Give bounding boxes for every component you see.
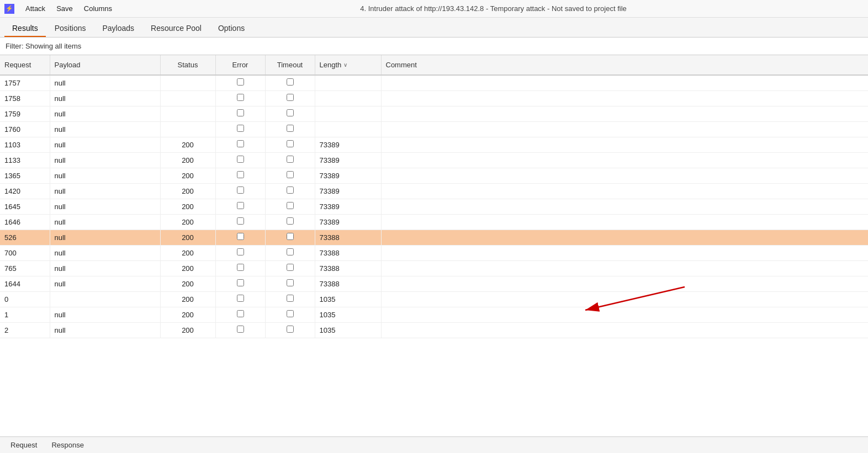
checkbox-timeout[interactable] — [287, 171, 294, 178]
table-row[interactable]: 1644null20073388 — [0, 276, 868, 291]
col-header-timeout[interactable]: Timeout — [265, 55, 315, 75]
table-row[interactable]: 1420null20073389 — [0, 183, 868, 199]
table-row[interactable]: 1757null — [0, 75, 868, 90]
table-row[interactable]: 765null20073388 — [0, 260, 868, 276]
menu-save[interactable]: Save — [54, 3, 75, 14]
table-row[interactable]: 526null20073388 — [0, 230, 868, 245]
cell-timeout[interactable] — [265, 152, 315, 168]
cell-error[interactable] — [215, 183, 265, 199]
cell-error[interactable] — [215, 168, 265, 183]
cell-error[interactable] — [215, 260, 265, 276]
cell-timeout[interactable] — [265, 307, 315, 322]
table-row[interactable]: 1103null20073389 — [0, 137, 868, 152]
cell-error[interactable] — [215, 152, 265, 168]
tab-options[interactable]: Options — [210, 20, 252, 37]
cell-error[interactable] — [215, 291, 265, 307]
table-row[interactable]: 2null2001035 — [0, 322, 868, 338]
cell-timeout[interactable] — [265, 183, 315, 199]
menu-attack[interactable]: Attack — [23, 3, 47, 14]
table-row[interactable]: 02001035 — [0, 291, 868, 307]
checkbox-error[interactable] — [237, 202, 244, 209]
cell-timeout[interactable] — [265, 260, 315, 276]
checkbox-timeout[interactable] — [287, 295, 294, 302]
table-row[interactable]: 1133null20073389 — [0, 152, 868, 168]
checkbox-timeout[interactable] — [287, 202, 294, 209]
checkbox-timeout[interactable] — [287, 109, 294, 116]
checkbox-timeout[interactable] — [287, 264, 294, 271]
cell-error[interactable] — [215, 121, 265, 137]
cell-timeout[interactable] — [265, 199, 315, 214]
cell-timeout[interactable] — [265, 121, 315, 137]
cell-timeout[interactable] — [265, 214, 315, 230]
checkbox-timeout[interactable] — [287, 326, 294, 333]
checkbox-error[interactable] — [237, 295, 244, 302]
checkbox-timeout[interactable] — [287, 78, 294, 86]
checkbox-timeout[interactable] — [287, 233, 294, 240]
table-row[interactable]: 1759null — [0, 106, 868, 121]
table-row[interactable]: 700null20073388 — [0, 245, 868, 260]
cell-error[interactable] — [215, 106, 265, 121]
table-row[interactable]: 1null2001035 — [0, 307, 868, 322]
tab-positions[interactable]: Positions — [47, 20, 94, 37]
cell-error[interactable] — [215, 322, 265, 338]
tab-resource-pool[interactable]: Resource Pool — [143, 20, 209, 37]
cell-error[interactable] — [215, 307, 265, 322]
checkbox-error[interactable] — [237, 233, 244, 240]
cell-error[interactable] — [215, 214, 265, 230]
checkbox-timeout[interactable] — [287, 156, 294, 163]
cell-timeout[interactable] — [265, 75, 315, 90]
checkbox-error[interactable] — [237, 326, 244, 333]
cell-error[interactable] — [215, 276, 265, 291]
checkbox-timeout[interactable] — [287, 94, 294, 101]
cell-timeout[interactable] — [265, 322, 315, 338]
checkbox-timeout[interactable] — [287, 140, 294, 147]
checkbox-error[interactable] — [237, 264, 244, 271]
checkbox-timeout[interactable] — [287, 248, 294, 255]
cell-error[interactable] — [215, 137, 265, 152]
checkbox-error[interactable] — [237, 109, 244, 116]
cell-timeout[interactable] — [265, 276, 315, 291]
checkbox-timeout[interactable] — [287, 217, 294, 225]
cell-timeout[interactable] — [265, 137, 315, 152]
checkbox-error[interactable] — [237, 279, 244, 286]
cell-error[interactable] — [215, 75, 265, 90]
checkbox-error[interactable] — [237, 94, 244, 101]
col-header-comment[interactable]: Comment — [381, 55, 868, 75]
checkbox-error[interactable] — [237, 186, 244, 194]
table-row[interactable]: 1758null — [0, 90, 868, 106]
col-header-payload[interactable]: Payload — [50, 55, 160, 75]
cell-error[interactable] — [215, 90, 265, 106]
checkbox-error[interactable] — [237, 140, 244, 147]
menu-columns[interactable]: Columns — [82, 3, 114, 14]
checkbox-error[interactable] — [237, 171, 244, 178]
results-table-container[interactable]: Request Payload Status Error Timeout — [0, 55, 868, 436]
bottom-tab-response[interactable]: Response — [45, 439, 90, 451]
cell-error[interactable] — [215, 199, 265, 214]
checkbox-timeout[interactable] — [287, 186, 294, 194]
checkbox-error[interactable] — [237, 248, 244, 255]
checkbox-timeout[interactable] — [287, 279, 294, 286]
table-row[interactable]: 1645null20073389 — [0, 199, 868, 214]
cell-timeout[interactable] — [265, 106, 315, 121]
cell-timeout[interactable] — [265, 291, 315, 307]
checkbox-timeout[interactable] — [287, 125, 294, 132]
col-header-status[interactable]: Status — [160, 55, 215, 75]
checkbox-error[interactable] — [237, 156, 244, 163]
checkbox-error[interactable] — [237, 310, 244, 317]
cell-timeout[interactable] — [265, 245, 315, 260]
col-header-length[interactable]: Length ∨ — [315, 55, 381, 75]
col-header-request[interactable]: Request — [0, 55, 50, 75]
table-row[interactable]: 1365null20073389 — [0, 168, 868, 183]
tab-results[interactable]: Results — [4, 20, 46, 37]
checkbox-error[interactable] — [237, 125, 244, 132]
checkbox-timeout[interactable] — [287, 310, 294, 317]
col-header-error[interactable]: Error — [215, 55, 265, 75]
tab-payloads[interactable]: Payloads — [95, 20, 142, 37]
cell-error[interactable] — [215, 230, 265, 245]
cell-error[interactable] — [215, 245, 265, 260]
cell-timeout[interactable] — [265, 230, 315, 245]
checkbox-error[interactable] — [237, 217, 244, 225]
table-row[interactable]: 1760null — [0, 121, 868, 137]
cell-timeout[interactable] — [265, 90, 315, 106]
filter-bar[interactable]: Filter: Showing all items — [0, 38, 868, 55]
